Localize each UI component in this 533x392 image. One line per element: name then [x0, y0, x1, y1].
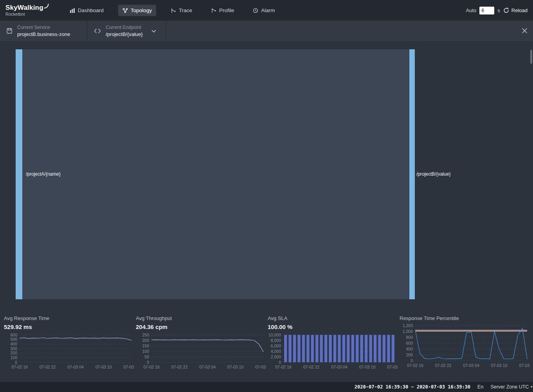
svg-text:300: 300 — [10, 346, 17, 351]
chart-response-time-percentile: Response Time Percentile 1,2001,00080060… — [400, 315, 531, 372]
svg-text:2,000: 2,000 — [271, 354, 281, 359]
current-service-label: Current Service — [17, 25, 70, 30]
time-range-picker[interactable]: 2020-07-02 16:39:30 ~ 2020-07-03 16:39:3… — [355, 384, 470, 390]
reload-icon — [503, 7, 509, 13]
chart-canvas[interactable]: 10,0008,0006,0004,0002,000007-02 1607-02… — [268, 333, 400, 374]
svg-text:400: 400 — [406, 347, 413, 351]
current-service-value: projectB.business-zone — [17, 31, 70, 37]
svg-text:07-03 10: 07-03 10 — [359, 365, 376, 369]
svg-text:07-02 16: 07-02 16 — [143, 365, 160, 369]
nav-label-alarm: Alarm — [261, 7, 275, 13]
current-endpoint-value: /projectB/{value} — [106, 31, 143, 37]
top-navbar: SkyWalking Rocketbot Dashboard Topology … — [0, 0, 533, 21]
server-zone-selector[interactable]: Server Zone UTC +12 — [490, 384, 533, 390]
endpoint-metrics-row: Avg Response Time 529.92 ms 600500400300… — [0, 315, 533, 374]
svg-text:07-03 10: 07-03 10 — [95, 365, 112, 369]
svg-text:200: 200 — [142, 338, 149, 343]
chart-title: Avg SLA — [268, 315, 400, 322]
reload-label: Reload — [511, 7, 528, 13]
svg-text:07-02 16: 07-02 16 — [275, 365, 292, 369]
nav-item-dashboard[interactable]: Dashboard — [65, 5, 108, 16]
auto-label: Auto — [466, 7, 477, 13]
logo-title: SkyWalking — [5, 4, 43, 11]
svg-text:500: 500 — [10, 337, 17, 342]
chart-canvas[interactable]: 600500400300200100007-02 1607-02 2207-03… — [4, 333, 136, 374]
endpoint-dependency-topology: /projectA/{name} /projectB/{value} — [0, 41, 533, 313]
svg-text:07-03 16: 07-03 16 — [387, 365, 398, 369]
svg-text:1,000: 1,000 — [403, 329, 413, 334]
svg-text:600: 600 — [10, 333, 17, 337]
service-icon — [6, 28, 13, 34]
chart-avg-response-time: Avg Response Time 529.92 ms 600500400300… — [4, 315, 136, 374]
endpoint-icon — [94, 29, 101, 33]
main-nav: Dashboard Topology Trace Profile Alarm — [65, 5, 279, 16]
topology-link[interactable] — [22, 49, 409, 299]
auto-interval-input[interactable] — [479, 7, 494, 14]
current-endpoint-label: Current Endpoint — [106, 25, 143, 30]
chart-canvas[interactable]: 1,2001,000800600400200007-02 1607-02 220… — [400, 323, 531, 372]
current-endpoint-text: Current Endpoint /projectB/{value} — [106, 25, 143, 37]
current-endpoint-selector[interactable]: Current Endpoint /projectB/{value} — [88, 21, 166, 41]
topology-node-source[interactable] — [16, 49, 22, 299]
profile-icon — [211, 8, 216, 13]
scrollbar-thumb[interactable] — [530, 50, 532, 64]
svg-text:07-02 22: 07-02 22 — [303, 365, 320, 369]
svg-text:600: 600 — [406, 341, 413, 345]
chevron-down-icon[interactable] — [151, 27, 156, 34]
svg-text:07-03 04: 07-03 04 — [463, 363, 479, 368]
nav-item-profile[interactable]: Profile — [207, 5, 238, 16]
svg-text:150: 150 — [142, 343, 149, 348]
topology-node-target[interactable] — [409, 49, 415, 299]
logo-swoosh-icon — [44, 4, 49, 9]
nav-item-alarm[interactable]: Alarm — [248, 5, 279, 16]
svg-text:100: 100 — [10, 355, 17, 360]
language-toggle[interactable]: En — [477, 384, 483, 390]
svg-text:0: 0 — [411, 358, 413, 363]
logo-subtitle: Rocketbot — [5, 12, 49, 16]
svg-text:0: 0 — [147, 360, 149, 365]
svg-text:07-03 04: 07-03 04 — [67, 365, 84, 369]
svg-text:200: 200 — [10, 351, 17, 355]
close-icon[interactable] — [522, 28, 527, 35]
nav-item-trace[interactable]: Trace — [166, 5, 196, 16]
current-service-text: Current Service projectB.business-zone — [17, 25, 70, 37]
alarm-icon — [253, 8, 258, 13]
svg-text:50: 50 — [144, 354, 149, 359]
chart-title: Avg Response Time — [4, 315, 136, 322]
svg-text:8,000: 8,000 — [271, 338, 281, 343]
svg-text:800: 800 — [406, 335, 413, 340]
chart-avg-sla: Avg SLA 100.00 % 10,0008,0006,0004,0002,… — [268, 315, 400, 374]
chart-avg-throughput: Avg Throughput 204.36 cpm 25020015010050… — [136, 315, 268, 374]
nav-label-trace: Trace — [179, 7, 192, 13]
svg-text:07-02 22: 07-02 22 — [171, 365, 188, 369]
auto-refresh-controls: Auto s Reload — [466, 7, 528, 14]
svg-text:07-03 10: 07-03 10 — [491, 363, 508, 368]
reload-button[interactable]: Reload — [503, 7, 528, 13]
svg-text:07-03 16: 07-03 16 — [255, 365, 266, 369]
nav-label-topology: Topology — [131, 7, 152, 13]
svg-text:4,000: 4,000 — [271, 349, 281, 354]
nav-label-dashboard: Dashboard — [78, 7, 104, 13]
chart-title: Avg Throughput — [136, 315, 268, 322]
svg-text:07-03 16: 07-03 16 — [519, 363, 530, 368]
app-logo[interactable]: SkyWalking Rocketbot — [5, 4, 49, 16]
svg-text:250: 250 — [142, 333, 149, 337]
svg-text:07-03 04: 07-03 04 — [331, 365, 348, 369]
topology-target-label: /projectB/{value} — [416, 171, 450, 177]
svg-text:400: 400 — [10, 342, 17, 346]
dashboard-icon — [70, 8, 75, 13]
trace-icon — [171, 8, 176, 13]
svg-text:6,000: 6,000 — [271, 343, 281, 348]
chart-canvas[interactable]: 25020015010050007-02 1607-02 2207-03 040… — [136, 333, 268, 374]
auto-unit-label: s — [497, 7, 500, 13]
topology-icon — [122, 8, 128, 13]
chart-value: 204.36 cpm — [136, 324, 268, 331]
chart-value: 100.00 % — [268, 324, 400, 331]
svg-text:07-03 04: 07-03 04 — [199, 365, 216, 369]
svg-text:1,200: 1,200 — [403, 323, 413, 328]
nav-item-topology[interactable]: Topology — [118, 5, 156, 16]
svg-text:100: 100 — [142, 349, 149, 354]
current-service-selector[interactable]: Current Service projectB.business-zone — [0, 21, 88, 41]
topology-source-label: /projectA/{name} — [26, 171, 61, 177]
chart-value: 529.92 ms — [4, 324, 136, 331]
